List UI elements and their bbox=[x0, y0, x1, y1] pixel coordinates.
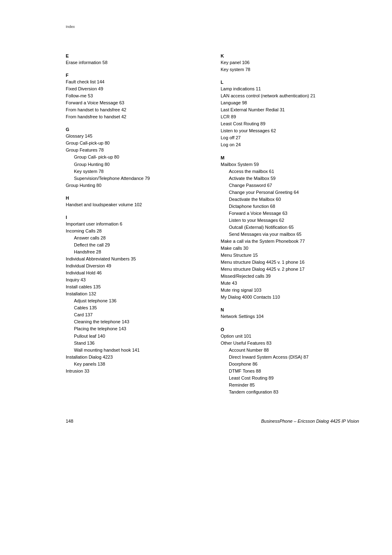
entry: Individual Abbreviated Numbers 35 bbox=[66, 256, 204, 263]
sub-entry: Cleaning the telephone 143 bbox=[66, 318, 204, 325]
index-section: IImportant user information 6Incoming Ca… bbox=[66, 215, 204, 375]
entry: From handset to handsfree 42 bbox=[66, 106, 204, 113]
entry: Forward a Voice Message 63 bbox=[66, 99, 204, 106]
index-section: NNetwork Settings 104 bbox=[221, 307, 359, 320]
footer-page-number: 148 bbox=[66, 419, 73, 424]
sub-entry: Direct Inward System Access (DISA) 87 bbox=[221, 354, 359, 361]
entry: Inquiry 43 bbox=[66, 276, 204, 283]
sub-entry: Outcall (External) Notification 65 bbox=[221, 224, 359, 231]
entry: Individual Hold 46 bbox=[66, 269, 204, 276]
sub-entry: Dictaphone function 68 bbox=[221, 203, 359, 210]
entry: Log on 24 bbox=[221, 141, 359, 148]
sub-entry: Group Hunting 80 bbox=[66, 161, 204, 168]
sub-entry: Listen to your Messages 62 bbox=[221, 217, 359, 224]
entry: Fault check list 144 bbox=[66, 78, 204, 85]
index-section: KKey panel 106Key system 78 bbox=[221, 53, 359, 73]
sub-entry: Least Cost Routing 89 bbox=[221, 375, 359, 382]
section-header: F bbox=[66, 73, 204, 78]
sub-entry: Placing the telephone 143 bbox=[66, 325, 204, 332]
entry: Follow-me 53 bbox=[66, 92, 204, 99]
index-section: HHandset and loudspeaker volume 102 bbox=[66, 196, 204, 208]
entry: Listen to your Messages 62 bbox=[221, 127, 359, 134]
entry: Erase information 58 bbox=[66, 59, 204, 66]
sub-entry: Card 137 bbox=[66, 311, 204, 318]
sub-entry: Access the mailbox 61 bbox=[221, 168, 359, 175]
index-section: GGlossary 145Group Call-pick-up 80Group … bbox=[66, 127, 204, 189]
sub-entry: Handsfree 28 bbox=[66, 249, 204, 256]
section-header: M bbox=[221, 155, 359, 160]
sub-entry: Cables 135 bbox=[66, 304, 204, 311]
section-header: N bbox=[221, 307, 359, 312]
sub-entry: Change Password 67 bbox=[221, 182, 359, 189]
entry: Installation Dialog 4223 bbox=[66, 354, 204, 361]
entry: Fixed Diversion 49 bbox=[66, 85, 204, 92]
sub-entry: DTMF Tones 88 bbox=[221, 368, 359, 375]
entry: Missed/Rejected calls 39 bbox=[221, 273, 359, 280]
entry: Individual Diversion 49 bbox=[66, 263, 204, 269]
entry: Mute 43 bbox=[221, 280, 359, 287]
entry: Key system 78 bbox=[221, 66, 359, 73]
index-section: LLamp indications 11LAN access control (… bbox=[221, 80, 359, 148]
sub-entry: Send Messages via your mailbox 65 bbox=[221, 231, 359, 238]
entry: Incoming Calls 28 bbox=[66, 228, 204, 235]
sub-entry: Adjust telephone 136 bbox=[66, 297, 204, 304]
section-header: E bbox=[66, 53, 204, 58]
index-section: EErase information 58 bbox=[66, 53, 204, 66]
entry: Network Settings 104 bbox=[221, 313, 359, 320]
entry: Other Useful Features 83 bbox=[221, 340, 359, 347]
entry: Intrusion 33 bbox=[66, 368, 204, 375]
sub-entry: Doorphone 86 bbox=[221, 361, 359, 368]
sub-entry: Deactivate the Mailbox 60 bbox=[221, 196, 359, 203]
section-header: G bbox=[66, 127, 204, 132]
section-header: L bbox=[221, 80, 359, 85]
entry: Language 98 bbox=[221, 99, 359, 106]
index-section: MMailbox System 59Access the mailbox 61A… bbox=[221, 155, 359, 301]
sub-entry: Forward a Voice Message 63 bbox=[221, 210, 359, 217]
entry: Make a call via the System Phonebook 77 bbox=[221, 238, 359, 245]
entry: Menu structure Dialog 4425 v. 2 phone 17 bbox=[221, 266, 359, 273]
sub-entry: Supervision/Telephone Attendance 79 bbox=[66, 175, 204, 182]
sub-entry: Key panels 138 bbox=[66, 361, 204, 368]
entry: Group Call-pick-up 80 bbox=[66, 140, 204, 147]
right-column: KKey panel 106Key system 78LLamp indicat… bbox=[221, 53, 359, 402]
sub-entry: Pullout leaf 140 bbox=[66, 333, 204, 340]
left-column: EErase information 58FFault check list 1… bbox=[66, 53, 204, 402]
entry: Install cables 135 bbox=[66, 283, 204, 290]
entry: From handsfree to handset 42 bbox=[66, 113, 204, 120]
page: Index EErase information 58FFault check … bbox=[0, 0, 392, 555]
sub-entry: Answer calls 28 bbox=[66, 235, 204, 242]
entry: LCR 89 bbox=[221, 113, 359, 120]
entry: Least Cost Routing 89 bbox=[221, 120, 359, 127]
page-label: Index bbox=[66, 25, 359, 29]
footer-product-name: BusinessPhone – Ericsson Dialog 4425 IP … bbox=[261, 419, 359, 424]
sub-entry: Deflect the call 29 bbox=[66, 242, 204, 249]
section-header: I bbox=[66, 215, 204, 220]
entry: Option unit 101 bbox=[221, 333, 359, 340]
entry: Handset and loudspeaker volume 102 bbox=[66, 201, 204, 208]
sub-entry: Tandem configuration 83 bbox=[221, 389, 359, 396]
section-header: H bbox=[66, 196, 204, 200]
sub-entry: Stand 136 bbox=[66, 340, 204, 347]
section-header: K bbox=[221, 53, 359, 58]
entry: Make calls 30 bbox=[221, 245, 359, 252]
sub-entry: Group Call- pick-up 80 bbox=[66, 154, 204, 161]
entry: Important user information 6 bbox=[66, 221, 204, 228]
sub-entry: Key system 78 bbox=[66, 168, 204, 175]
sub-entry: Change your Personal Greeting 64 bbox=[221, 189, 359, 196]
entry: Group Features 78 bbox=[66, 147, 204, 154]
entry: LAN access control (network authenticati… bbox=[221, 92, 359, 99]
entry: Glossary 145 bbox=[66, 133, 204, 140]
sub-entry: Activate the Mailbox 59 bbox=[221, 175, 359, 182]
index-section: FFault check list 144Fixed Diversion 49F… bbox=[66, 73, 204, 120]
index-columns: EErase information 58FFault check list 1… bbox=[66, 53, 359, 402]
sub-entry: Reminder 85 bbox=[221, 382, 359, 389]
entry: Lamp indications 11 bbox=[221, 85, 359, 92]
section-header: O bbox=[221, 327, 359, 332]
entry: Installation 132 bbox=[66, 290, 204, 297]
sub-entry: Wall mounting handset hook 141 bbox=[66, 347, 204, 354]
entry: Key panel 106 bbox=[221, 59, 359, 66]
entry: Menu structure Dialog 4425 v. 1 phone 16 bbox=[221, 259, 359, 266]
entry: My Dialog 4000 Contacts 110 bbox=[221, 294, 359, 301]
entry: Mute ring signal 103 bbox=[221, 287, 359, 294]
sub-entry: Account Number 88 bbox=[221, 347, 359, 354]
